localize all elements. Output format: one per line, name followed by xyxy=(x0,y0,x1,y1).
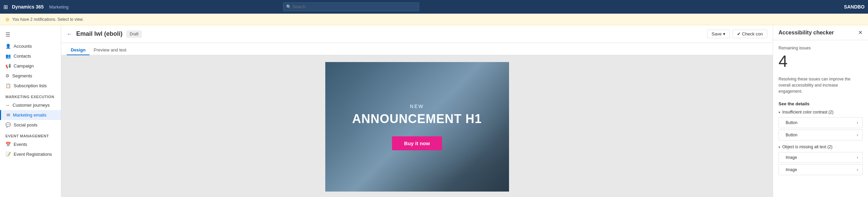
chevron-down-icon: ▾ xyxy=(779,110,780,114)
issues-description: Resolving these issues can improve the o… xyxy=(779,76,863,94)
sidebar: ☰ 👤 Accounts 👥 Contacts 📢 Campaign ⚙ Seg… xyxy=(0,25,61,197)
sidebar-item-segments[interactable]: ⚙ Segments xyxy=(0,71,61,81)
tab-preview-label: Preview and test xyxy=(94,47,126,52)
sidebar-label-customer-journeys: Customer journeys xyxy=(13,103,50,108)
issue-name-image-2: Image xyxy=(786,167,797,172)
marketing-emails-icon: ✉ xyxy=(6,112,10,118)
sidebar-section-marketing-execution: Marketing execution ↔ Customer journeys … xyxy=(0,91,61,130)
sidebar-item-event-registrations[interactable]: 📝 Event Registrations xyxy=(0,149,61,159)
issue-group-alt-text-label: Object is missing alt text (2) xyxy=(782,145,832,149)
sidebar-label-marketing-emails: Marketing emails xyxy=(13,112,46,118)
tab-design-label: Design xyxy=(71,47,85,52)
sidebar-item-social-posts[interactable]: 💬 Social posts xyxy=(0,120,61,130)
panel-close-button[interactable]: ✕ xyxy=(858,29,863,36)
notification-icon: ⊘ xyxy=(5,17,10,22)
save-dropdown-icon: ▾ xyxy=(723,31,725,36)
notification-text: You have 2 notifications. Select to view… xyxy=(12,17,84,22)
check-button[interactable]: ✔ Check con xyxy=(733,30,767,38)
sidebar-section-event-management: Event management 📅 Events 📝 Event Regist… xyxy=(0,130,61,159)
issue-name-button-1: Button xyxy=(786,120,798,125)
sidebar-item-events[interactable]: 📅 Events xyxy=(0,139,61,149)
sidebar-item-campaign[interactable]: 📢 Campaign xyxy=(0,61,61,71)
email-preview: NEW ANNOUNCEMENT H1 Buy it now xyxy=(325,62,509,192)
top-nav: ⊞ Dynamics 365 Marketing 🔍 SANDBO xyxy=(0,0,868,14)
issue-arrow-4: › xyxy=(857,167,858,172)
issue-group-color-contrast-label: Insufficient color contrast (2) xyxy=(782,110,834,115)
issue-group-color-contrast[interactable]: ▾ Insufficient color contrast (2) xyxy=(779,110,863,115)
search-input[interactable] xyxy=(293,4,416,9)
issue-arrow-1: › xyxy=(857,120,858,125)
sidebar-item-accounts[interactable]: 👤 Accounts xyxy=(0,41,61,51)
search-icon: 🔍 xyxy=(286,4,291,9)
issue-arrow-2: › xyxy=(857,133,858,137)
sidebar-label-segments: Segments xyxy=(12,73,32,78)
sidebar-label-event-registrations: Event Registrations xyxy=(14,152,52,157)
issue-group-2-items: Image › Image › xyxy=(779,152,863,175)
check-label: Check con xyxy=(742,31,763,36)
tabs: Design Preview and test xyxy=(61,43,773,55)
tab-design[interactable]: Design xyxy=(67,45,89,55)
panel-title: Accessibility checker xyxy=(779,30,834,36)
main-content: ← Email lwl (eboli) Draft Save ▾ ✔ Check… xyxy=(61,25,773,197)
sidebar-label-events: Events xyxy=(14,142,27,147)
page-header: ← Email lwl (eboli) Draft Save ▾ ✔ Check… xyxy=(61,25,773,43)
segments-icon: ⚙ xyxy=(5,73,10,78)
notification-bar[interactable]: ⊘ You have 2 notifications. Select to vi… xyxy=(0,14,868,25)
email-cta-button[interactable]: Buy it now xyxy=(392,136,442,150)
remaining-issues-label: Remaining issues xyxy=(779,46,863,50)
sidebar-label-social-posts: Social posts xyxy=(14,122,37,127)
social-posts-icon: 💬 xyxy=(5,122,11,127)
issues-count: 4 xyxy=(779,52,863,71)
header-actions: Save ▾ ✔ Check con xyxy=(707,30,767,38)
see-details-label: See the details xyxy=(779,101,863,106)
email-new-label: NEW xyxy=(352,104,482,109)
event-registrations-icon: 📝 xyxy=(5,152,11,157)
sidebar-item-customer-journeys[interactable]: ↔ Customer journeys xyxy=(0,100,61,110)
issue-group-alt-text[interactable]: ▾ Object is missing alt text (2) xyxy=(779,145,863,149)
save-button[interactable]: Save ▾ xyxy=(707,30,730,38)
save-label: Save xyxy=(711,31,722,36)
chevron-down-icon-2: ▾ xyxy=(779,145,780,149)
canvas-area: NEW ANNOUNCEMENT H1 Buy it now xyxy=(61,55,773,197)
sidebar-label-subscription-lists: Subscription lists xyxy=(14,83,47,88)
sidebar-item-marketing-emails[interactable]: ✉ Marketing emails xyxy=(0,110,61,120)
issue-name-button-2: Button xyxy=(786,133,798,137)
section-header-marketing-execution: Marketing execution xyxy=(0,91,61,100)
issue-arrow-3: › xyxy=(857,155,858,160)
sidebar-item-subscription-lists[interactable]: 📋 Subscription lists xyxy=(0,81,61,91)
email-content: NEW ANNOUNCEMENT H1 Buy it now xyxy=(339,90,495,164)
sandbox-label: SANDBO xyxy=(844,4,865,10)
sidebar-label-campaign: Campaign xyxy=(14,63,34,69)
app-name: Dynamics 365 xyxy=(12,4,44,10)
issue-row-button-2[interactable]: Button › xyxy=(779,130,863,140)
sidebar-label-accounts: Accounts xyxy=(14,44,32,49)
panel-header: Accessibility checker ✕ xyxy=(773,25,868,40)
draft-badge: Draft xyxy=(127,31,142,37)
subscription-lists-icon: 📋 xyxy=(5,83,11,88)
layout: ☰ 👤 Accounts 👥 Contacts 📢 Campaign ⚙ Seg… xyxy=(0,25,868,197)
grid-icon[interactable]: ⊞ xyxy=(3,4,8,10)
hamburger-menu[interactable]: ☰ xyxy=(0,28,61,41)
issue-name-image-1: Image xyxy=(786,155,797,160)
sidebar-item-contacts[interactable]: 👥 Contacts xyxy=(0,51,61,61)
customer-journeys-icon: ↔ xyxy=(5,103,10,108)
issue-group-1-items: Button › Button › xyxy=(779,117,863,140)
accounts-icon: 👤 xyxy=(5,44,11,49)
issue-row-button-1[interactable]: Button › xyxy=(779,117,863,128)
tab-preview-and-test[interactable]: Preview and test xyxy=(89,45,130,55)
events-icon: 📅 xyxy=(5,142,11,147)
search-bar: 🔍 xyxy=(283,2,419,11)
check-icon: ✔ xyxy=(737,31,741,36)
back-button[interactable]: ← xyxy=(67,31,72,37)
email-headline: ANNOUNCEMENT H1 xyxy=(352,112,482,126)
issue-row-image-2[interactable]: Image › xyxy=(779,164,863,175)
page-title: Email lwl (eboli) xyxy=(76,30,122,37)
campaign-icon: 📢 xyxy=(5,63,11,69)
section-header-event-management: Event management xyxy=(0,130,61,139)
module-name: Marketing xyxy=(49,4,68,10)
accessibility-panel: Accessibility checker ✕ Remaining issues… xyxy=(773,25,868,197)
sidebar-section-1: 👤 Accounts 👥 Contacts 📢 Campaign ⚙ Segme… xyxy=(0,41,61,91)
issue-row-image-1[interactable]: Image › xyxy=(779,152,863,163)
panel-body: Remaining issues 4 Resolving these issue… xyxy=(773,40,868,197)
sidebar-label-contacts: Contacts xyxy=(14,54,31,59)
